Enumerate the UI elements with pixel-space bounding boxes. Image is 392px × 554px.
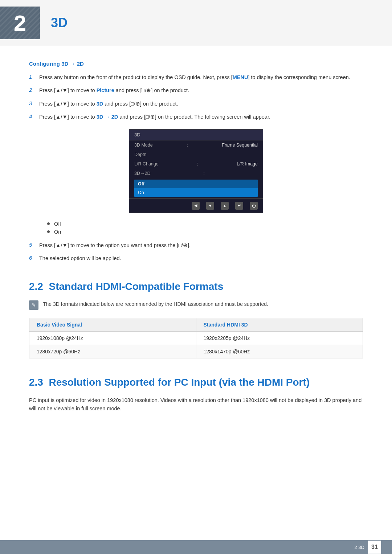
step-6: 6 The selected option will be applied. xyxy=(29,254,363,262)
bullet-on: On xyxy=(47,229,363,235)
osd-label-3d2d: 3D→2D xyxy=(134,171,150,176)
osd-label-depth: Depth xyxy=(134,152,146,157)
table-header-hdmi3d: Standard HDMI 3D xyxy=(196,318,363,331)
bullet-label-off: Off xyxy=(54,221,61,227)
hdmi-table: Basic Video Signal Standard HDMI 3D 1920… xyxy=(29,318,363,358)
osd-label-lr: L/R Change xyxy=(134,161,159,167)
step-4: 4 Press [▲/▼] to move to 3D → 2D and pre… xyxy=(29,113,363,121)
table-row: 1280x720p @60Hz 1280x1470p @60Hz xyxy=(29,345,363,358)
step-number-2: 2 xyxy=(29,86,39,93)
osd-mockup: 3D 3D Mode : Frame Sequential Depth L/R … xyxy=(129,129,263,213)
table-row: 1920x1080p @24Hz 1920x2205p @24Hz xyxy=(29,331,363,345)
step-5: 5 Press [▲/▼] to move to the option you … xyxy=(29,241,363,249)
osd-value-lr: L/R Image xyxy=(237,161,258,167)
osd-row-lr: L/R Change : L/R Image xyxy=(129,159,263,169)
section-23: 2.3 Resolution Supported for PC Input (v… xyxy=(29,377,363,413)
step-3: 3 Press [▲/▼] to move to 3D and press [□… xyxy=(29,100,363,108)
bullet-list: Off On xyxy=(47,221,363,235)
config-section: Configuring 3D → 2D 1 Press any button o… xyxy=(29,61,363,263)
osd-dropdown: Off On xyxy=(134,180,258,197)
note-text: The 3D formats indicated below are recom… xyxy=(43,300,268,308)
bullet-dot-off xyxy=(47,222,50,225)
table-cell-hdmi3d-1: 1920x2205p @24Hz xyxy=(196,331,363,345)
footer-text: 2 3D xyxy=(355,545,364,550)
osd-btn-left: ◀ xyxy=(192,202,200,210)
bullet-off: Off xyxy=(47,221,363,227)
osd-title: 3D xyxy=(129,130,263,140)
table-cell-signal-1: 1920x1080p @24Hz xyxy=(29,331,196,345)
step-text-2: Press [▲/▼] to move to Picture and press… xyxy=(39,86,189,94)
osd-option-on: On xyxy=(134,188,258,197)
step-text-3: Press [▲/▼] to move to 3D and press [□/⊕… xyxy=(39,100,178,108)
section-23-title: 2.3 Resolution Supported for PC Input (v… xyxy=(29,377,363,388)
main-content: Configuring 3D → 2D 1 Press any button o… xyxy=(0,46,392,427)
bullet-label-on: On xyxy=(54,229,61,235)
footer-page-number: 31 xyxy=(368,541,381,554)
step-2: 2 Press [▲/▼] to move to Picture and pre… xyxy=(29,86,363,94)
step-number-6: 6 xyxy=(29,254,39,261)
chapter-title: 3D xyxy=(51,15,68,30)
table-header-signal: Basic Video Signal xyxy=(29,318,196,331)
osd-label-mode: 3D Mode xyxy=(134,143,153,148)
table-cell-hdmi3d-2: 1280x1470p @60Hz xyxy=(196,345,363,358)
chapter-number: 2 xyxy=(0,7,40,39)
step-number-3: 3 xyxy=(29,100,39,106)
osd-btn-up: ▲ xyxy=(221,202,229,210)
section-22-title: 2.2 Standard HDMI-Compatible Formats xyxy=(29,281,363,292)
page-footer: 2 3D 31 xyxy=(0,540,392,554)
table-cell-signal-2: 1280x720p @60Hz xyxy=(29,345,196,358)
config-heading: Configuring 3D → 2D xyxy=(29,61,363,67)
step-number-5: 5 xyxy=(29,241,39,248)
osd-row-mode: 3D Mode : Frame Sequential xyxy=(129,140,263,150)
step-text-5: Press [▲/▼] to move to the option you wa… xyxy=(39,241,191,249)
bullet-dot-on xyxy=(47,230,50,233)
note-box: The 3D formats indicated below are recom… xyxy=(29,300,363,310)
step-text-6: The selected option will be applied. xyxy=(39,254,121,262)
step-text-1: Press any button on the front of the pro… xyxy=(39,73,350,81)
osd-btn-power: ⏻ xyxy=(250,202,258,210)
osd-btn-down: ▼ xyxy=(206,202,214,210)
osd-row-depth: Depth xyxy=(129,150,263,159)
osd-value-mode: Frame Sequential xyxy=(222,143,258,148)
osd-footer: ◀ ▼ ▲ ↵ ⏻ xyxy=(129,198,263,213)
osd-row-3d2d: 3D→2D : xyxy=(129,169,263,178)
chapter-header: 2 3D xyxy=(0,0,392,46)
note-icon xyxy=(29,300,38,310)
section-22: 2.2 Standard HDMI-Compatible Formats The… xyxy=(29,281,363,358)
step-number-1: 1 xyxy=(29,73,39,80)
osd-option-off: Off xyxy=(134,180,258,188)
step-text-4: Press [▲/▼] to move to 3D → 2D and press… xyxy=(39,113,270,121)
table-header-row: Basic Video Signal Standard HDMI 3D xyxy=(29,318,363,331)
section-23-body: PC input is optimized for video in 1920x… xyxy=(29,396,363,413)
step-number-4: 4 xyxy=(29,113,39,119)
osd-btn-enter: ↵ xyxy=(235,202,243,210)
step-1: 1 Press any button on the front of the p… xyxy=(29,73,363,81)
